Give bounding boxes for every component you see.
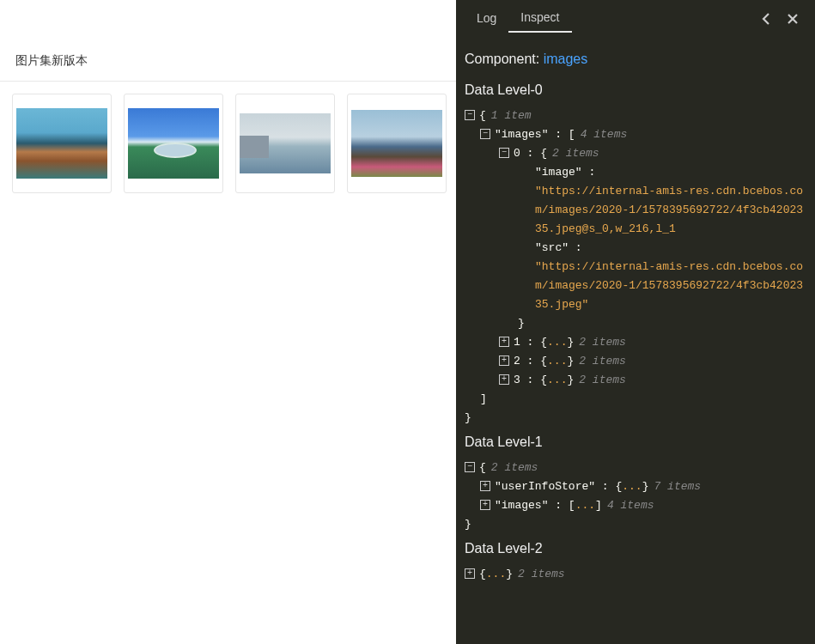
expand-toggle[interactable]: + bbox=[480, 500, 490, 510]
expand-toggle[interactable]: + bbox=[499, 355, 509, 366]
chevron-left-icon[interactable] bbox=[760, 12, 774, 26]
thumbnail bbox=[240, 113, 331, 173]
expand-toggle[interactable]: + bbox=[499, 337, 509, 347]
image-item[interactable] bbox=[235, 94, 335, 193]
thumbnail bbox=[16, 108, 107, 179]
thumbnail bbox=[351, 110, 442, 177]
tab-log[interactable]: Log bbox=[465, 6, 508, 32]
image-item[interactable] bbox=[12, 94, 112, 193]
tree-string-value: "https://internal-amis-res.cdn.bcebos.co… bbox=[535, 185, 803, 235]
collapse-toggle[interactable]: − bbox=[480, 129, 490, 139]
component-name[interactable]: images bbox=[544, 52, 588, 66]
component-header: Component: images bbox=[465, 45, 806, 76]
inspector-panel: Log Inspect Component: images Data Level… bbox=[456, 0, 815, 644]
expand-toggle[interactable]: + bbox=[480, 481, 490, 491]
tree-level-2: +{...}2 items bbox=[465, 565, 806, 584]
thumbnail bbox=[128, 108, 219, 179]
content-panel: 图片集新版本 bbox=[0, 0, 456, 644]
tab-bar: Log Inspect bbox=[456, 0, 815, 33]
close-icon[interactable] bbox=[786, 12, 800, 26]
collapse-toggle[interactable]: − bbox=[499, 148, 509, 158]
tree-level-1: −{2 items +userInfoStore : {...}7 items … bbox=[465, 459, 806, 534]
tree-string-value: "https://internal-amis-res.cdn.bcebos.co… bbox=[535, 260, 803, 311]
panel-actions bbox=[760, 12, 806, 26]
data-level-0-header: Data Level-0 bbox=[465, 76, 806, 106]
collapse-toggle[interactable]: − bbox=[465, 462, 475, 472]
tab-inspect[interactable]: Inspect bbox=[508, 5, 571, 33]
collapse-toggle[interactable]: − bbox=[465, 110, 475, 120]
expand-toggle[interactable]: + bbox=[499, 374, 509, 385]
tree-level-0: −{1 item −images : [4 items −0 : {2 item… bbox=[465, 106, 806, 428]
data-level-2-header: Data Level-2 bbox=[465, 534, 806, 565]
section-title: 图片集新版本 bbox=[0, 41, 456, 82]
data-level-1-header: Data Level-1 bbox=[465, 428, 806, 459]
image-item[interactable] bbox=[347, 94, 447, 193]
image-gallery bbox=[0, 82, 456, 205]
expand-toggle[interactable]: + bbox=[465, 568, 475, 579]
image-item[interactable] bbox=[124, 94, 223, 193]
